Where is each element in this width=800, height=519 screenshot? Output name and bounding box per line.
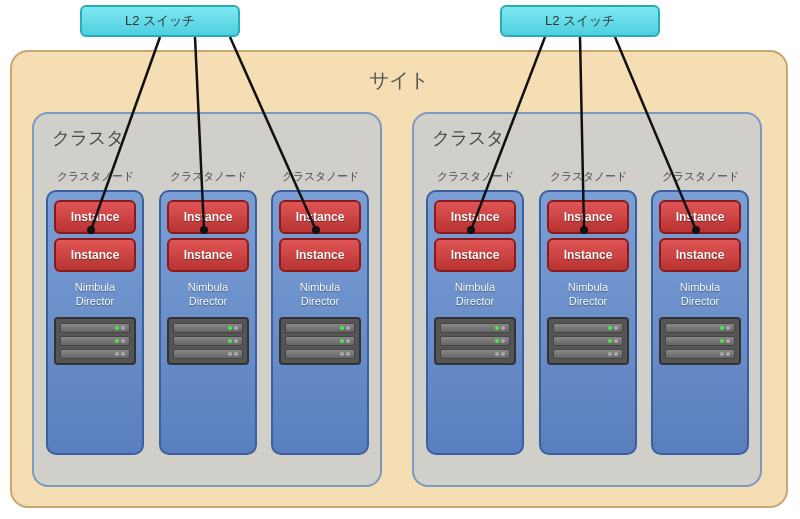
cluster-node-3: クラスタノード Instance Instance NimbulaDirecto… (271, 169, 369, 469)
l2-switch-left: L2 スイッチ (80, 5, 240, 37)
server-graphic-6 (659, 317, 741, 365)
server-dot-3b-2 (346, 339, 350, 343)
server-dot-6c-2 (726, 352, 730, 356)
server-row-3a (285, 323, 355, 333)
server-dot-5 (115, 352, 119, 356)
node-4-box: Instance Instance NimbulaDirector (426, 190, 524, 455)
server-dot-3b-1 (340, 339, 344, 343)
server-dot-6a-1 (720, 326, 724, 330)
server-dot-6 (121, 352, 125, 356)
instance-btn-6-1[interactable]: Instance (659, 200, 741, 234)
server-dot-5b-2 (614, 339, 618, 343)
node-1-label: クラスタノード (46, 169, 144, 184)
server-dot-5b-1 (608, 339, 612, 343)
instance-btn-4-1[interactable]: Instance (434, 200, 516, 234)
cluster-left-label: クラスタ (52, 126, 124, 150)
server-dot-2c-1 (228, 352, 232, 356)
server-dot-5c-1 (608, 352, 612, 356)
nimbula-label-5: NimbulaDirector (568, 280, 608, 309)
node-3-box: Instance Instance NimbulaDirector (271, 190, 369, 455)
instance-btn-3-1[interactable]: Instance (279, 200, 361, 234)
server-dot-3c-1 (340, 352, 344, 356)
server-row-6b (665, 336, 735, 346)
node-3-label: クラスタノード (271, 169, 369, 184)
cluster-left: クラスタ クラスタノード Instance Instance NimbulaDi… (32, 112, 382, 487)
node-4-label: クラスタノード (426, 169, 524, 184)
server-dot-5a-1 (608, 326, 612, 330)
server-dot-4b-2 (501, 339, 505, 343)
cluster-node-2: クラスタノード Instance Instance NimbulaDirecto… (159, 169, 257, 469)
instance-btn-1-2[interactable]: Instance (54, 238, 136, 272)
node-1-box: Instance Instance NimbulaDirector (46, 190, 144, 455)
server-dot-4 (121, 339, 125, 343)
cluster-node-1: クラスタノード Instance Instance NimbulaDirecto… (46, 169, 144, 469)
server-row-3b (285, 336, 355, 346)
server-dot-3a-1 (340, 326, 344, 330)
nimbula-label-3: NimbulaDirector (300, 280, 340, 309)
server-row-2b (173, 336, 243, 346)
server-row-4a (440, 323, 510, 333)
server-dot-5c-2 (614, 352, 618, 356)
instance-btn-5-2[interactable]: Instance (547, 238, 629, 272)
node-5-box: Instance Instance NimbulaDirector (539, 190, 637, 455)
server-row-2a (173, 323, 243, 333)
cluster-right-label: クラスタ (432, 126, 504, 150)
instance-btn-4-2[interactable]: Instance (434, 238, 516, 272)
server-row-5b (553, 336, 623, 346)
server-row-4c (440, 349, 510, 359)
instance-btn-1-1[interactable]: Instance (54, 200, 136, 234)
server-row-1b (60, 336, 130, 346)
server-graphic-3 (279, 317, 361, 365)
node-2-label: クラスタノード (159, 169, 257, 184)
server-graphic-1 (54, 317, 136, 365)
server-row-3c (285, 349, 355, 359)
server-dot-2a-1 (228, 326, 232, 330)
server-dot-2c-2 (234, 352, 238, 356)
server-row-6c (665, 349, 735, 359)
server-row-1a (60, 323, 130, 333)
server-row-1c (60, 349, 130, 359)
site-label: サイト (369, 67, 429, 94)
server-dot-2b-2 (234, 339, 238, 343)
server-dot-5a-2 (614, 326, 618, 330)
instance-btn-2-2[interactable]: Instance (167, 238, 249, 272)
instance-btn-5-1[interactable]: Instance (547, 200, 629, 234)
server-row-6a (665, 323, 735, 333)
server-dot-3 (115, 339, 119, 343)
nimbula-label-6: NimbulaDirector (680, 280, 720, 309)
server-dot-6b-1 (720, 339, 724, 343)
server-row-5c (553, 349, 623, 359)
server-dot-4a-2 (501, 326, 505, 330)
server-dot-4c-2 (501, 352, 505, 356)
nimbula-label-1: NimbulaDirector (75, 280, 115, 309)
cluster-node-6: クラスタノード Instance Instance NimbulaDirecto… (651, 169, 749, 469)
nimbula-label-2: NimbulaDirector (188, 280, 228, 309)
server-dot-2b-1 (228, 339, 232, 343)
server-row-4b (440, 336, 510, 346)
cluster-right: クラスタ クラスタノード Instance Instance NimbulaDi… (412, 112, 762, 487)
server-dot-4a-1 (495, 326, 499, 330)
server-dot-3a-2 (346, 326, 350, 330)
server-dot-4c-1 (495, 352, 499, 356)
server-dot-3c-2 (346, 352, 350, 356)
server-row-5a (553, 323, 623, 333)
server-graphic-2 (167, 317, 249, 365)
server-dot-2a-2 (234, 326, 238, 330)
site-container: サイト クラスタ クラスタノード Instance Instance Nimbu… (10, 50, 788, 508)
l2-switch-right-label: L2 スイッチ (545, 12, 615, 30)
instance-btn-3-2[interactable]: Instance (279, 238, 361, 272)
node-6-box: Instance Instance NimbulaDirector (651, 190, 749, 455)
l2-switch-right: L2 スイッチ (500, 5, 660, 37)
node-2-box: Instance Instance NimbulaDirector (159, 190, 257, 455)
server-dot-6c-1 (720, 352, 724, 356)
node-6-label: クラスタノード (651, 169, 749, 184)
server-graphic-5 (547, 317, 629, 365)
server-dot-6a-2 (726, 326, 730, 330)
server-dot-4b-1 (495, 339, 499, 343)
instance-btn-6-2[interactable]: Instance (659, 238, 741, 272)
server-row-2c (173, 349, 243, 359)
l2-switch-left-label: L2 スイッチ (125, 12, 195, 30)
server-dot-1 (115, 326, 119, 330)
instance-btn-2-1[interactable]: Instance (167, 200, 249, 234)
server-dot-2 (121, 326, 125, 330)
